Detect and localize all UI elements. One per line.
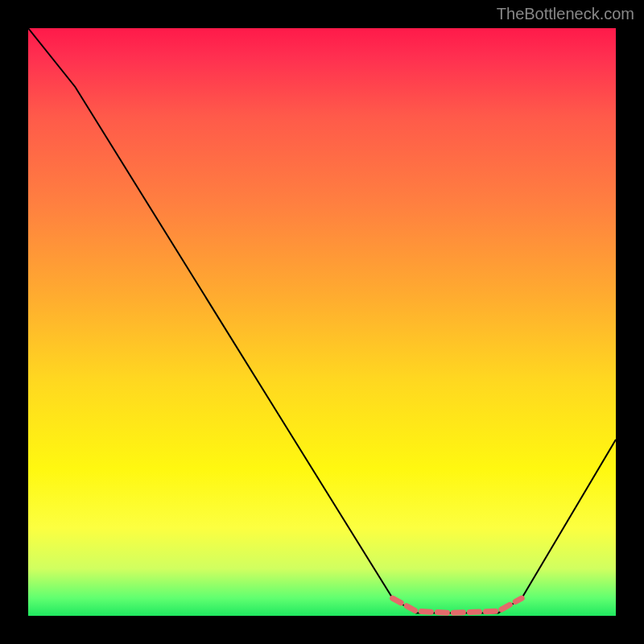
curve-layer [28, 28, 616, 616]
watermark-text: TheBottleneck.com [497, 5, 634, 23]
plot-area [28, 28, 616, 616]
optimal-highlight [393, 598, 522, 613]
chart-container: TheBottleneck.com [0, 0, 644, 644]
bottleneck-curve [28, 28, 616, 613]
